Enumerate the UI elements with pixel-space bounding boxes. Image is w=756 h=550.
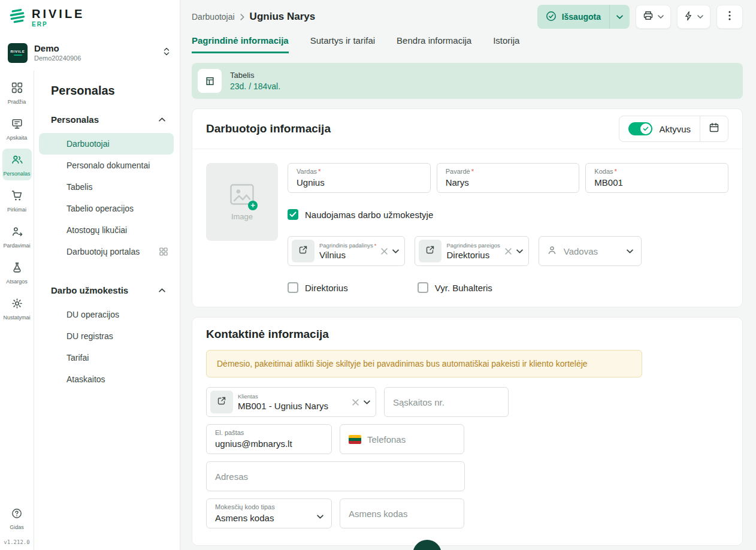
required-mark: *	[471, 168, 474, 175]
chevron-down-icon	[697, 15, 703, 19]
clear-icon[interactable]	[352, 399, 359, 406]
rail-item-nustatymai[interactable]: Nustatymai	[2, 292, 32, 324]
clear-icon[interactable]	[381, 248, 388, 255]
timesheet-summary-banner[interactable]: Tabelis 23d. / 184val.	[192, 63, 743, 99]
checkbox-unchecked-icon	[288, 282, 298, 293]
sidebar-item-label: Atostogų likučiai	[66, 225, 127, 235]
sidebar-item-tarifai[interactable]: Tarifai	[39, 347, 174, 368]
save-dropdown-button[interactable]	[610, 15, 630, 19]
active-toggle[interactable]: Aktyvus	[619, 122, 700, 135]
quick-actions-button[interactable]	[677, 5, 710, 29]
address-field[interactable]	[206, 461, 465, 491]
rail-label: Pardavimai	[3, 243, 30, 249]
accounting-icon	[11, 117, 23, 132]
phone-input[interactable]	[367, 434, 455, 445]
sidebar-item-darbuotoju-portalas[interactable]: Darbuotojų portalas	[39, 241, 174, 262]
chief-accountant-checkbox[interactable]: Vyr. Buhalteris	[418, 282, 492, 293]
section-header-darbo-uzmokestis[interactable]: Darbo užmokestis	[39, 280, 174, 304]
person-icon	[547, 245, 557, 258]
client-combo[interactable]: Klientas MB001 - Ugnius Narys	[206, 387, 376, 417]
last-name-input[interactable]	[446, 176, 571, 188]
sidebar-item-label: Darbuotojų portalas	[66, 247, 140, 256]
rail-item-atsargos[interactable]: Atsargos	[2, 256, 32, 288]
phone-field[interactable]	[340, 424, 464, 454]
gear-icon	[11, 297, 23, 312]
chevron-up-icon	[159, 288, 165, 292]
rail-label: Atsargos	[6, 279, 28, 285]
tab-sutartys-ir-tarifai[interactable]: Sutartys ir tarifai	[310, 35, 375, 53]
section-label: Darbo užmokestis	[51, 285, 128, 295]
sidebar-item-du-registras[interactable]: DU registras	[39, 325, 174, 347]
print-button[interactable]	[636, 5, 671, 29]
calendar-button[interactable]	[700, 116, 728, 141]
module-rail: Pradžia Apskaita Personalas Pirkimai Par…	[0, 71, 34, 550]
open-client-button[interactable]	[210, 391, 233, 413]
sidebar-item-personalo-dokumentai[interactable]: Personalo dokumentai	[39, 155, 174, 176]
director-checkbox[interactable]: Direktorius	[288, 282, 348, 293]
image-placeholder-label: Image	[231, 212, 253, 221]
rail-item-gidas[interactable]: Gidas	[2, 503, 32, 534]
rail-item-pirkimai[interactable]: Pirkimai	[2, 185, 32, 216]
kebab-menu-icon	[728, 11, 731, 23]
combo-label: Pagrindinis padalinys	[319, 242, 373, 249]
tax-code-type-value[interactable]	[215, 511, 323, 523]
email-field[interactable]: El. paštas	[206, 424, 332, 454]
add-photo-icon[interactable]: +	[248, 201, 258, 210]
account-number-field[interactable]	[384, 387, 509, 417]
chevron-down-icon[interactable]	[392, 249, 399, 253]
company-selector[interactable]: RIVILE Demo Demo20240906	[0, 35, 180, 71]
sidebar-item-tabelio-operacijos[interactable]: Tabelio operacijos	[39, 198, 174, 219]
chevron-down-icon[interactable]	[516, 249, 523, 253]
save-status-button[interactable]: Išsaugota	[537, 5, 630, 29]
sidebar-item-du-operacijos[interactable]: DU operacijos	[39, 304, 174, 325]
first-name-field[interactable]: Vardas*	[288, 163, 431, 193]
rail-item-personalas[interactable]: Personalas	[2, 149, 32, 180]
tab-bendra-informacija[interactable]: Bendra informacija	[397, 35, 471, 53]
first-name-input[interactable]	[297, 176, 422, 188]
code-input[interactable]	[594, 176, 719, 188]
company-name: Demo	[34, 43, 81, 55]
code-field[interactable]: Kodas*	[585, 163, 728, 193]
tab-istorija[interactable]: Istorija	[493, 35, 519, 53]
more-actions-button[interactable]	[716, 5, 743, 29]
chevron-down-icon[interactable]	[364, 400, 370, 404]
payroll-checkbox[interactable]: Naudojamas darbo užmokestyje	[288, 209, 433, 220]
personal-code-input[interactable]	[349, 509, 455, 519]
tax-code-type-select[interactable]: Mokesčių kodo tipas	[206, 498, 332, 528]
rail-item-apskaita[interactable]: Apskaita	[2, 113, 32, 144]
required-mark: *	[374, 242, 377, 249]
department-combo[interactable]: Pagrindinis padalinys* Vilnius	[288, 236, 405, 266]
rail-item-pradzia[interactable]: Pradžia	[2, 77, 32, 108]
sidebar-item-darbuotojai[interactable]: Darbuotojai	[39, 133, 174, 155]
field-label: Mokesčių kodo tipas	[215, 503, 323, 511]
rail-item-pardavimai[interactable]: Pardavimai	[2, 220, 32, 252]
sidebar-item-label: Tabelis	[66, 182, 93, 192]
clear-icon[interactable]	[505, 248, 512, 255]
header-actions: Išsaugota	[537, 5, 743, 29]
calendar-icon	[709, 122, 719, 135]
tab-pagrindine-informacija[interactable]: Pagrindinė informacija	[192, 35, 289, 53]
sidebar-item-tabelis[interactable]: Tabelis	[39, 176, 174, 198]
email-input[interactable]	[215, 437, 323, 449]
brand-suffix: ERP	[32, 22, 84, 28]
account-number-input[interactable]	[393, 397, 500, 407]
open-position-button[interactable]	[419, 240, 441, 262]
manager-select[interactable]: Vadovas	[539, 236, 642, 266]
sidebar-item-atostogu-likuciai[interactable]: Atostogų likučiai	[39, 219, 174, 241]
toggle-switch[interactable]	[628, 122, 652, 135]
employee-photo-upload[interactable]: + Image	[206, 163, 278, 241]
address-input[interactable]	[215, 472, 456, 482]
last-name-field[interactable]: Pavardė*	[437, 163, 580, 193]
sidebar-item-ataskaitos[interactable]: Ataskaitos	[39, 368, 174, 390]
breadcrumb-parent[interactable]: Darbuotojai	[192, 12, 235, 22]
section-label: Personalas	[51, 114, 99, 125]
question-circle-icon	[11, 507, 23, 522]
section-header-personalas[interactable]: Personalas	[39, 110, 174, 133]
open-department-button[interactable]	[292, 240, 315, 262]
card-title: Darbuotojo informacija	[206, 122, 331, 135]
warning-banner: Dėmesio, pakeitimai atlikti šioje skilty…	[206, 350, 642, 377]
position-combo[interactable]: Pagrindinės pareigos Direktorius	[415, 236, 528, 266]
personal-code-field[interactable]	[340, 498, 464, 528]
external-link-icon	[298, 245, 308, 257]
department-value: Vilnius	[319, 249, 376, 261]
